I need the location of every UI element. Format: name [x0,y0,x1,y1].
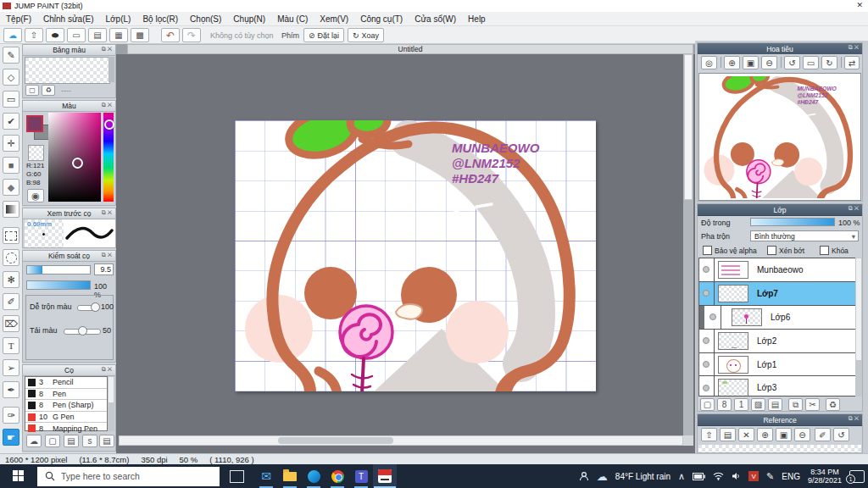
brush-row-pen-sharp[interactable]: 8Pen (Sharp) [25,400,107,412]
brush-script-button[interactable]: s [82,435,97,447]
cloud-button[interactable]: ☁ [3,28,22,42]
brush-row-mapping-pen[interactable]: 8Mapping Pen [25,423,107,435]
reference-fit-button[interactable]: ▣ [776,428,792,441]
reset-button[interactable]: ⊘ Đặt lại [303,28,344,42]
add-8bit-layer-button[interactable]: 8 [717,398,732,411]
menu-help[interactable]: Help [462,14,492,24]
add-layer-button[interactable]: ▢ [700,398,715,411]
brush-row-pen[interactable]: 8Pen [25,389,107,401]
layer-row-munbaeowo[interactable]: Munbaeowo [699,258,855,282]
select-rect-tool[interactable] [3,227,19,244]
layer-visibility-dot[interactable] [703,361,709,368]
primary-color-swatch[interactable] [26,115,43,132]
duplicate-layer-button[interactable]: ⧉ [788,398,803,411]
palette-add-button[interactable]: ▢ [25,85,39,96]
brush-tool[interactable]: ✎ [3,47,19,64]
nav-zoom-100-button[interactable]: ◎ [701,56,717,69]
lasso-tool[interactable] [3,249,19,266]
clock[interactable]: 8:34 PM 9/28/2021 [808,468,842,485]
menu-chinh-sua[interactable]: Chỉnh sửa(E) [37,14,100,24]
undo-button[interactable]: ↶ [161,28,180,42]
pen-tray-icon[interactable]: ✎ [766,471,774,482]
rotate-button[interactable]: ↻ Xoay [348,28,384,42]
horizontal-scroll-thumb[interactable] [278,437,393,444]
reference-open-button[interactable]: ▤ [720,428,736,441]
reference-picker-button[interactable]: ✐ [815,428,831,441]
brush-cloud-button[interactable]: ☁ [26,435,42,447]
menu-chup[interactable]: Chụp(N) [227,14,271,24]
reference-zoom-in-button[interactable]: ⊕ [757,428,773,441]
menu-cua-so[interactable]: Cửa sổ(W) [409,14,462,24]
nav-rotate-reset-button[interactable]: ▭ [803,56,819,69]
brush-duplicate-button[interactable]: ▤ [64,435,79,447]
brush-add-button[interactable]: ▢ [45,435,60,447]
add-halftone-layer-button[interactable]: ▨ [751,398,765,411]
reference-zoom-out-button[interactable]: ⊖ [794,428,810,441]
panel-popout-close-icons[interactable]: ⧉✕ [849,44,860,51]
menu-chon[interactable]: Chọn(S) [184,14,227,24]
taskbar-edge-button[interactable] [302,464,326,488]
hue-bar[interactable] [103,113,114,202]
redo-button[interactable]: ↷ [182,28,201,42]
eraser-tool[interactable]: ◇ [3,69,19,86]
reference-import-button[interactable]: ⇧ [701,428,717,441]
layer-row-lop1[interactable]: Lớp1 [699,353,855,377]
navigator-preview[interactable] [698,73,861,201]
layer-blend-select[interactable]: Bình thường ▾ [750,230,859,241]
brush-size-slider[interactable] [26,265,91,274]
export-button[interactable]: ⇧ [25,28,43,42]
layer-visibility-dot[interactable] [703,266,709,273]
merge-layer-button[interactable]: ✂ [805,398,820,411]
menu-xem[interactable]: Xem(V) [314,14,354,24]
window-close-button[interactable]: ✕ [856,1,863,9]
panel-popout-close-icons[interactable]: ⧉✕ [102,252,114,258]
bucket-tool[interactable]: ◆ [3,179,19,196]
weather-cloud-icon[interactable]: ☁ [597,470,608,483]
layer-visibility-dot[interactable] [709,313,716,320]
nav-zoom-out-button[interactable]: ⊖ [761,56,777,69]
canvas-vertical-scrollbar[interactable] [683,54,693,435]
layer-row-lop7[interactable]: Lớp7 [699,282,855,306]
document-button[interactable]: ▤ [88,28,107,42]
layer-row-lop6[interactable]: Lớp6 [699,306,855,330]
layer-row-lop3[interactable]: Lớp3 [699,376,855,396]
layer-visibility-dot[interactable] [703,385,709,391]
reference-rotate-button[interactable]: ↺ [833,428,849,441]
shape-tool[interactable]: ▭ [3,91,19,108]
sv-picker[interactable] [48,113,101,202]
canvas-horizontal-scrollbar[interactable] [119,435,683,446]
vertical-scroll-thumb[interactable] [684,54,693,200]
panel-popout-close-icons[interactable]: ⧉✕ [849,205,860,212]
add-1bit-layer-button[interactable]: 1 [734,398,748,411]
layer-list-scrollbar[interactable] [855,258,862,396]
menu-cong-cu[interactable]: Công cụ(T) [354,14,409,24]
panel-popout-close-icons[interactable]: ⧉✕ [102,102,114,108]
hand-tool[interactable]: ☛ [3,429,19,446]
move-tool[interactable]: ✛ [3,135,19,152]
nav-fit-button[interactable]: ▣ [743,56,759,69]
task-view-button[interactable] [230,470,244,483]
taskbar-chrome-button[interactable] [326,464,349,488]
notification-icon[interactable]: 1 [849,470,865,483]
layout-button[interactable]: ▦ [109,28,128,42]
color-wheel-button[interactable]: ◉ [27,189,44,202]
color-reload-slider[interactable] [64,329,101,335]
battery-icon[interactable] [693,473,705,480]
menu-tep[interactable]: Tệp(F) [0,14,37,24]
brush-size-value[interactable]: 9.5 [94,263,114,275]
brush-list-scrollbar[interactable] [108,376,114,431]
clipping-checkbox[interactable]: Xén bớt [767,246,804,255]
text-tool[interactable]: T [3,337,19,354]
wifi-icon[interactable] [713,472,724,480]
language-indicator[interactable]: ENG [782,472,800,481]
layer-visibility-dot[interactable] [703,337,709,344]
nav-rotate-cw-button[interactable]: ↻ [821,56,837,69]
weather-text[interactable]: 84°F Light rain [615,472,670,481]
tray-chevron-icon[interactable]: ∧ [678,471,685,482]
layer-visibility-dot[interactable] [703,290,709,297]
nav-flip-button[interactable]: ⇄ [844,56,860,69]
start-button[interactable] [13,470,25,482]
select-eraser-tool[interactable]: ⌦ [3,315,19,332]
material-button[interactable]: ▩ [131,28,149,42]
layer-folder-button[interactable]: ▤ [768,398,782,411]
